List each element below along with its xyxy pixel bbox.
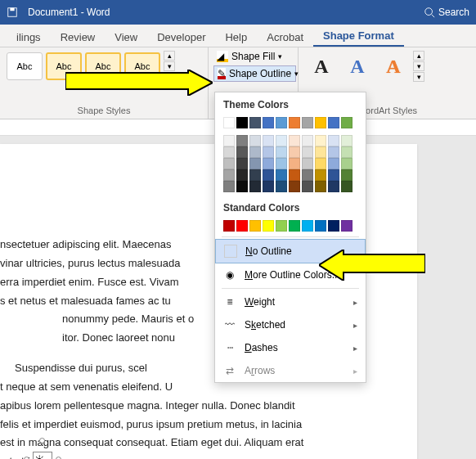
color-swatch[interactable] [289,158,300,169]
color-swatch[interactable] [236,117,248,128]
color-swatch[interactable] [236,181,248,192]
color-swatch[interactable] [341,146,353,158]
color-swatch[interactable] [276,169,287,181]
tab-acrobat[interactable]: Acrobat [257,28,313,47]
color-swatch[interactable] [289,220,300,232]
color-swatch[interactable] [341,220,353,232]
tab-shape-format[interactable]: Shape Format [313,26,404,47]
color-swatch[interactable] [302,146,313,158]
color-swatch[interactable] [249,169,261,181]
dashes-item[interactable]: ┄ Dashes ▸ [215,336,366,359]
tab-help[interactable]: Help [215,28,257,47]
color-swatch[interactable] [276,158,287,169]
save-icon[interactable] [7,7,18,18]
color-swatch[interactable] [263,135,274,146]
color-swatch[interactable] [289,181,300,192]
tab-review[interactable]: Review [51,28,106,47]
shape-style-2[interactable]: Abc [46,52,82,80]
color-swatch[interactable] [328,220,339,232]
tab-view[interactable]: View [105,28,147,47]
color-swatch[interactable] [328,135,339,146]
shape-outline-button[interactable]: ✎ Shape Outline ▾ [213,65,296,82]
gallery-up-icon[interactable]: ▴ [413,51,424,61]
color-swatch[interactable] [328,181,339,192]
color-swatch[interactable] [302,169,313,181]
color-swatch[interactable] [289,135,300,146]
color-swatch[interactable] [276,146,287,158]
arrows-item[interactable]: ⇄ Arrows ▸ [215,359,366,382]
color-swatch[interactable] [276,117,287,128]
color-swatch[interactable] [236,220,248,232]
tab-mailings[interactable]: ilings [7,28,51,47]
gallery-down-icon[interactable]: ▾ [413,61,424,71]
gallery-more-icon[interactable]: ▾ [164,72,175,82]
color-swatch[interactable] [223,117,235,128]
wordart-style-2[interactable]: A [341,52,374,80]
weight-item[interactable]: ≡ Weight ▸ [215,290,366,313]
search-box[interactable]: Search [424,7,469,18]
color-swatch[interactable] [223,158,235,169]
color-swatch[interactable] [315,135,326,146]
color-swatch[interactable] [302,181,313,192]
color-swatch[interactable] [328,146,339,158]
color-swatch[interactable] [236,146,248,158]
color-swatch[interactable] [302,117,313,128]
color-swatch[interactable] [263,158,274,169]
color-swatch[interactable] [276,220,287,232]
color-swatch[interactable] [328,169,339,181]
color-swatch[interactable] [276,135,287,146]
color-swatch[interactable] [315,220,326,232]
color-swatch[interactable] [315,169,326,181]
color-swatch[interactable] [302,158,313,169]
color-swatch[interactable] [249,220,261,232]
color-swatch[interactable] [249,158,261,169]
sketched-item[interactable]: 〰 Sketched ▸ [215,313,366,336]
color-swatch[interactable] [328,117,339,128]
color-swatch[interactable] [328,158,339,169]
shape-style-1[interactable]: Abc [7,52,43,80]
color-swatch[interactable] [341,158,353,169]
color-swatch[interactable] [289,169,300,181]
color-swatch[interactable] [249,181,261,192]
color-swatch[interactable] [341,169,353,181]
color-swatch[interactable] [263,117,274,128]
color-swatch[interactable] [236,135,248,146]
color-swatch[interactable] [289,146,300,158]
color-swatch[interactable] [223,135,235,146]
gallery-down-icon[interactable]: ▾ [164,61,175,71]
shape-fill-button[interactable]: ◢ Shape Fill ▾ [213,49,296,64]
no-outline-item[interactable]: No Outline [215,239,366,263]
color-swatch[interactable] [276,181,287,192]
color-swatch[interactable] [315,146,326,158]
color-swatch[interactable] [223,169,235,181]
color-swatch[interactable] [315,158,326,169]
color-swatch[interactable] [302,135,313,146]
color-swatch[interactable] [263,181,274,192]
color-swatch[interactable] [249,146,261,158]
color-swatch[interactable] [302,220,313,232]
color-swatch[interactable] [315,117,326,128]
tab-developer[interactable]: Developer [147,28,215,47]
color-swatch[interactable] [341,181,353,192]
color-swatch[interactable] [263,146,274,158]
shape-style-3[interactable]: Abc [85,52,121,80]
color-swatch[interactable] [315,181,326,192]
color-swatch[interactable] [223,220,235,232]
shape-style-4[interactable]: Abc [124,52,160,80]
color-swatch[interactable] [223,181,235,192]
color-swatch[interactable] [263,220,274,232]
color-swatch[interactable] [341,135,353,146]
gallery-more-icon[interactable]: ▾ [413,72,424,82]
color-swatch[interactable] [341,117,353,128]
color-swatch[interactable] [236,169,248,181]
selected-shape[interactable]: ☀ [26,440,59,459]
color-swatch[interactable] [249,135,261,146]
wordart-style-1[interactable]: A [305,52,338,80]
color-swatch[interactable] [289,117,300,128]
more-colors-item[interactable]: ◉ More Outline Colors... [215,263,366,286]
color-swatch[interactable] [236,158,248,169]
wordart-style-3[interactable]: A [377,52,410,80]
color-swatch[interactable] [223,146,235,158]
color-swatch[interactable] [249,117,261,128]
color-swatch[interactable] [263,169,274,181]
